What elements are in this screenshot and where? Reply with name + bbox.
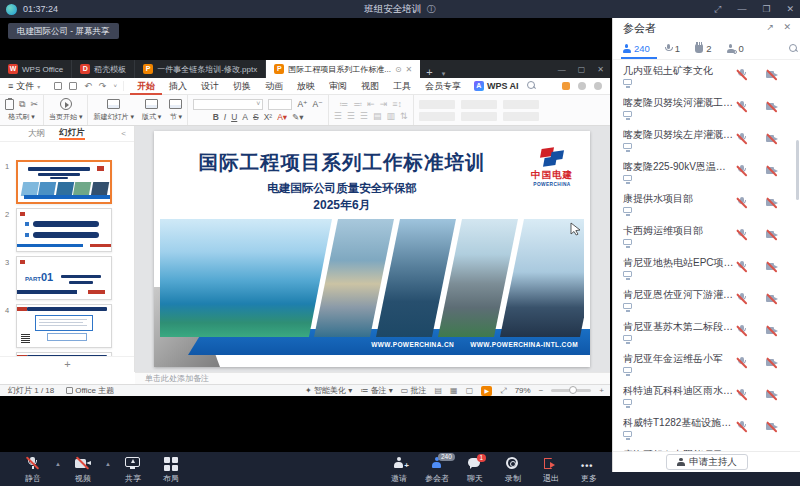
menu-item-1[interactable]: 插入 xyxy=(162,78,194,95)
close-panel-icon[interactable]: ✕ xyxy=(783,22,791,32)
menu-item-9[interactable]: 会员专享 xyxy=(418,78,468,95)
participant-row[interactable]: 喀麦隆贝努埃河灌溉工程I... xyxy=(613,93,800,125)
zoom-slider[interactable] xyxy=(551,389,591,392)
participant-list-scrollbar[interactable] xyxy=(796,140,799,200)
participant-camera-off-icon[interactable] xyxy=(765,69,779,81)
wps-maximize-icon[interactable]: ▢ xyxy=(578,65,586,74)
align-right-icon[interactable]: ☰ xyxy=(360,111,368,121)
participant-camera-off-icon[interactable] xyxy=(765,357,779,369)
menu-item-6[interactable]: 审阅 xyxy=(322,78,354,95)
participant-camera-off-icon[interactable] xyxy=(765,325,779,337)
shape-fill-button[interactable] xyxy=(419,100,455,109)
participant-row[interactable]: 肯尼亚基苏木第二标段项目 xyxy=(613,317,800,349)
participant-row[interactable]: 肯尼亚年金运维岳小军 xyxy=(613,349,800,381)
comments-button[interactable]: ▭ 批注 xyxy=(401,385,427,396)
cut-icon[interactable]: ✂ xyxy=(30,99,38,109)
member-center-icon[interactable] xyxy=(562,82,570,90)
leave-meeting-button[interactable]: 退出 xyxy=(532,452,570,484)
reading-view-icon[interactable]: ▢ xyxy=(466,386,474,395)
participant-camera-off-icon[interactable] xyxy=(765,389,779,401)
apply-host-button[interactable]: 申请主持人 xyxy=(666,454,748,470)
align-left-icon[interactable]: ☰ xyxy=(334,111,342,121)
zoom-out-button[interactable]: − xyxy=(539,386,544,395)
participant-mic-muted-icon[interactable] xyxy=(735,101,749,113)
menu-item-0[interactable]: 开始 xyxy=(130,78,162,95)
participant-camera-off-icon[interactable] xyxy=(765,133,779,145)
menu-item-4[interactable]: 动画 xyxy=(258,78,290,95)
pin-tab-icon[interactable]: ⊙ xyxy=(395,65,402,74)
numbered-list-icon[interactable]: ≕ xyxy=(353,99,362,109)
superscript-button[interactable]: X² xyxy=(264,112,273,122)
search-participants-button[interactable] xyxy=(789,44,798,53)
new-slide-button[interactable]: 新建幻灯片 ▾ xyxy=(93,99,133,122)
participant-row[interactable]: 科威特T1282基础设施项目 xyxy=(613,413,800,445)
increase-font-icon[interactable]: A⁺ xyxy=(297,99,307,109)
arrange-button[interactable] xyxy=(461,100,497,109)
outline-tab[interactable]: 大纲 xyxy=(28,128,45,140)
notes-bar[interactable]: 单击此处添加备注 xyxy=(135,372,610,384)
wps-docer-tab[interactable]: D 稻壳模板 xyxy=(72,60,135,78)
notes-toggle-button[interactable]: ≔ 备注 ▾ xyxy=(360,385,392,396)
minimize-icon[interactable]: — xyxy=(737,4,746,14)
ribbon-search-icon[interactable] xyxy=(527,81,536,92)
wps-close-icon[interactable]: ✕ xyxy=(597,65,604,74)
copy-icon[interactable]: ⧉ xyxy=(19,99,25,110)
shape-outline-button[interactable] xyxy=(419,112,455,121)
menu-item-8[interactable]: 工具 xyxy=(386,78,418,95)
participant-camera-off-icon[interactable] xyxy=(765,421,779,433)
play-from-current-button[interactable]: 当页开始 ▾ xyxy=(49,112,82,122)
font-color-button[interactable]: A▾ xyxy=(277,112,287,122)
normal-view-icon[interactable]: ▤ xyxy=(435,386,443,395)
paste-icon[interactable] xyxy=(5,99,14,110)
find-button[interactable] xyxy=(503,100,539,109)
share-screen-button[interactable]: 共享 xyxy=(114,452,152,484)
mic-options-caret[interactable]: ▲ xyxy=(52,452,64,467)
close-icon[interactable]: ✕ xyxy=(786,4,794,14)
participant-row[interactable]: 科特迪瓦科科迪区雨水整... xyxy=(613,381,800,413)
theme-indicator[interactable]: Office 主题 xyxy=(66,385,114,396)
participant-mic-muted-icon[interactable] xyxy=(735,165,749,177)
participant-camera-off-icon[interactable] xyxy=(765,229,779,241)
strikethrough-button[interactable]: S xyxy=(253,112,259,122)
participant-row[interactable]: 康提供水项目部 xyxy=(613,189,800,221)
align-center-icon[interactable]: ☰ xyxy=(347,111,355,121)
menu-item-7[interactable]: 视图 xyxy=(354,78,386,95)
font-size-select[interactable] xyxy=(268,99,292,110)
more-options-button[interactable]: ••• 更多 xyxy=(570,452,608,484)
italic-button[interactable]: I xyxy=(224,112,226,122)
participant-row[interactable]: 肯尼亚地热电站EPC项目部 xyxy=(613,253,800,285)
decrease-font-icon[interactable]: A⁻ xyxy=(313,99,323,109)
wps-ai-button[interactable]: A WPS AI xyxy=(474,81,519,91)
collapse-panel-icon[interactable]: < xyxy=(121,129,126,138)
tab-hosts[interactable]: 0 xyxy=(726,43,743,54)
participant-mic-muted-icon[interactable] xyxy=(735,69,749,81)
qat-caret-icon[interactable]: ˅ xyxy=(113,83,117,89)
participant-mic-muted-icon[interactable] xyxy=(735,357,749,369)
bold-button[interactable]: B xyxy=(213,112,219,122)
participant-mic-muted-icon[interactable] xyxy=(735,389,749,401)
slide-thumbnail-3[interactable]: PART01 xyxy=(16,256,112,300)
new-tab-button[interactable]: + xyxy=(420,66,438,78)
outdent-icon[interactable]: ⇤ xyxy=(367,99,375,109)
bullet-list-icon[interactable]: ≔ xyxy=(339,99,348,109)
menu-item-5[interactable]: 放映 xyxy=(290,78,322,95)
print-icon[interactable] xyxy=(69,82,77,90)
mute-button[interactable]: 静音 xyxy=(14,452,52,484)
notification-icon[interactable] xyxy=(594,82,602,90)
participant-mic-muted-icon[interactable] xyxy=(735,261,749,273)
wps-home-tab[interactable]: W WPS Office xyxy=(0,60,72,78)
tab-mic-on[interactable]: 1 xyxy=(665,43,680,54)
video-options-caret[interactable]: ▲ xyxy=(102,452,114,467)
layout-button[interactable]: 布局 xyxy=(152,452,190,484)
slide-thumbnail-4[interactable] xyxy=(16,304,112,348)
participant-camera-off-icon[interactable] xyxy=(765,165,779,177)
participant-mic-muted-icon[interactable] xyxy=(735,133,749,145)
chat-button[interactable]: 1 聊天 xyxy=(456,452,494,484)
slide-sorter-view-icon[interactable]: ▦ xyxy=(450,386,458,395)
video-button[interactable]: 视频 xyxy=(64,452,102,484)
indent-icon[interactable]: ⇥ xyxy=(380,99,388,109)
record-button[interactable]: 录制 xyxy=(494,452,532,484)
redo-icon[interactable]: ↷ xyxy=(99,81,107,91)
align-objects-button[interactable] xyxy=(461,112,497,121)
wps-document-tab-active[interactable]: P 国际工程项目系列工作标准... ⊙ ✕ xyxy=(266,60,420,78)
